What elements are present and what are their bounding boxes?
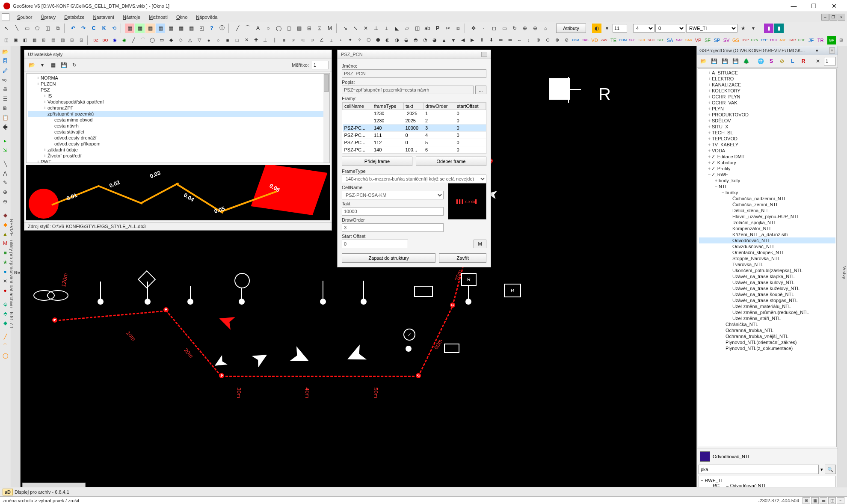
t2-tool-13[interactable]: ✚ [252, 36, 260, 44]
t2-tool-48[interactable]: TAB [581, 36, 589, 44]
t2-tool-64[interactable]: GS [732, 36, 740, 44]
t2-tool-34[interactable]: ▼ [449, 36, 458, 44]
ls-e4-icon[interactable]: ⊕ [1, 188, 9, 196]
proj-tree-item[interactable]: Uzel-změna_stáří_NTL [699, 315, 835, 321]
draw-m-icon[interactable]: M [325, 24, 335, 33]
grid-g-icon[interactable]: ▦ [187, 24, 196, 33]
rot-icon[interactable]: ↻ [510, 24, 519, 33]
ls-sql-icon[interactable]: SQL [1, 76, 9, 84]
t2-tool-20[interactable]: ∠ [317, 36, 326, 44]
proj-tree-item[interactable]: +TEPLOVOD [699, 136, 835, 142]
proj-tree-item[interactable]: +TV_KABELY [699, 142, 835, 148]
menu-okno[interactable]: Okno [172, 13, 192, 21]
ls-calc-icon[interactable]: 📋 [1, 113, 9, 122]
t2-tool-28[interactable]: ◑ [393, 36, 401, 44]
t2-tool-10[interactable]: ■ [223, 36, 232, 44]
undo-icon[interactable]: ↶ [68, 24, 78, 33]
left-tab-revize[interactable]: Re REVIZE - utility pro zpracování dat a… [11, 46, 21, 496]
proj-tree-item[interactable]: Plynovod_NTL(z_dokumentace) [699, 345, 835, 351]
tool-line-icon[interactable]: ╲ [12, 24, 21, 33]
pan-icon[interactable]: ⌕ [541, 24, 550, 33]
style-tree-item[interactable]: −PSZ [28, 87, 328, 93]
grid-header[interactable]: startOffset [455, 103, 486, 110]
grid-row[interactable]: PSZ-PC...140100...60 [343, 146, 486, 154]
menu-nápověda[interactable]: Nápověda [192, 13, 222, 21]
draw-ellipse-icon[interactable]: ◯ [274, 24, 283, 33]
t2-bo[interactable]: BO [101, 36, 110, 44]
ls-doc-icon[interactable]: 🗎 [1, 104, 9, 113]
proj-tree-item[interactable]: Uzávěr_na_trase-kulový_NTL [699, 279, 835, 285]
draw-box-icon[interactable]: ▢ [284, 24, 293, 33]
grid-header[interactable]: takt [403, 103, 424, 110]
pp-r-icon[interactable]: R [799, 56, 808, 66]
t2-tool-15[interactable]: ∥ [270, 36, 279, 44]
t2-tool-69[interactable]: ASF [779, 36, 787, 44]
ls-c9-icon[interactable]: ● [1, 286, 9, 295]
ls-print-icon[interactable]: 🖶 [1, 85, 9, 94]
t2-tool-14[interactable]: ⊥ [261, 36, 270, 44]
ls-t2-icon[interactable]: ⇲ [1, 146, 9, 154]
pp-save-icon[interactable]: 💾 [709, 56, 719, 66]
t2-tool-55[interactable]: SLO [647, 36, 655, 44]
t2-tool-63[interactable]: SV [722, 36, 731, 44]
draworder-input[interactable] [342, 223, 444, 232]
ls-o2-icon[interactable]: ⌒ [1, 342, 9, 350]
select-icon[interactable]: ◰ [197, 24, 206, 33]
proj-tree-item[interactable]: +PLYN [699, 106, 835, 112]
t2-a[interactable]: ◫ [2, 36, 10, 44]
proj-tree-item[interactable]: Uzel-změna_materiálu_NTL [699, 303, 835, 309]
snap-a-icon[interactable]: ↘ [341, 24, 350, 33]
grid-d-icon[interactable]: ▦ [156, 24, 165, 33]
menu-úpravy[interactable]: Úpravy [36, 13, 60, 21]
t2-tool-52[interactable]: POM [619, 36, 627, 44]
pp-s-icon[interactable]: S [767, 56, 776, 66]
ls-t1-icon[interactable]: ▸ [1, 136, 9, 145]
star-dd-icon[interactable]: ▾ [749, 24, 758, 33]
sp-dd-icon[interactable]: ▾ [38, 60, 47, 70]
proj-tree-item[interactable]: Izolační_spojka_NTL [699, 219, 835, 225]
p-icon[interactable]: P [433, 24, 442, 33]
t2-tool-71[interactable]: CRF [797, 36, 806, 44]
ls-c3-icon[interactable]: ▲ [1, 230, 9, 238]
proj-tree-item[interactable]: Orientační_sloupek_NTL [699, 249, 835, 255]
t2-tool-42[interactable]: ↕ [524, 36, 533, 44]
maximize-button[interactable]: ☐ [804, 0, 823, 12]
t2-tool-27[interactable]: ◐ [383, 36, 392, 44]
pcn-close-icon[interactable] [481, 52, 487, 57]
proj-tree-item[interactable]: +PRODUKTOVOD [699, 112, 835, 118]
ls-o3-icon[interactable]: ◯ [1, 351, 9, 360]
point-icon[interactable]: · [479, 24, 489, 33]
grid-b-icon[interactable]: ▦ [135, 24, 145, 33]
snap-c-icon[interactable]: ✕ [361, 24, 370, 33]
grid-f-icon[interactable]: ▦ [176, 24, 186, 33]
drawing-canvas[interactable]: Uživatelské styly 📂 ▾ ▦ 💾 ↻ Měřítko: +NO… [21, 46, 696, 496]
t2-tool-46[interactable]: ⊘ [562, 36, 571, 44]
refresh-icon[interactable]: ⟲ [110, 24, 119, 33]
purple-icon[interactable]: ▮ [764, 24, 773, 33]
cellname-select[interactable]: PSZ-PCN-OSA-KM [342, 191, 444, 199]
t2-tool-24[interactable]: ✧ [355, 36, 364, 44]
proj-tree-item[interactable]: Chránička_NTL [699, 321, 835, 327]
ls-db-icon[interactable]: 🗄 [1, 57, 9, 65]
ls-p1-icon[interactable]: ⬙ [1, 300, 9, 308]
zoomin-icon[interactable]: ⊕ [520, 24, 530, 33]
style-tree-item[interactable]: −zpřístupnění pozemků [28, 111, 328, 117]
tool-poly-icon[interactable]: ⬠ [33, 24, 42, 33]
grid-row[interactable]: 1230202520 [343, 117, 486, 125]
cb-snap-icon[interactable]: ▦ [811, 497, 819, 504]
t2-tool-39[interactable]: ⬅ [496, 36, 505, 44]
t2-tool-0[interactable]: ╱ [129, 36, 138, 44]
num-select-2[interactable]: 4 [633, 24, 654, 33]
project-tree[interactable]: +A_SITUACE+ELEKTRO+KANALIZACE+KOLEKTORY+… [698, 68, 837, 447]
ls-c1-icon[interactable]: ◆ [1, 211, 9, 219]
tool-misc-icon[interactable]: ⧉ [53, 24, 62, 33]
t2-tool-50[interactable]: ZAV [600, 36, 608, 44]
teal-icon[interactable]: ▮ [774, 24, 784, 33]
snap-f-icon[interactable]: ◣ [392, 24, 401, 33]
t2-tool-58[interactable]: SAF [675, 36, 684, 44]
ls-o1-icon[interactable]: ╱ [1, 332, 9, 341]
num-select-3[interactable]: 0 [655, 24, 685, 33]
proj-tree-item[interactable]: +ELEKTRO [699, 76, 835, 82]
projpanel-close-icon[interactable]: × [829, 47, 835, 53]
proj-tree-item[interactable]: +A_SITUACE [699, 70, 835, 76]
